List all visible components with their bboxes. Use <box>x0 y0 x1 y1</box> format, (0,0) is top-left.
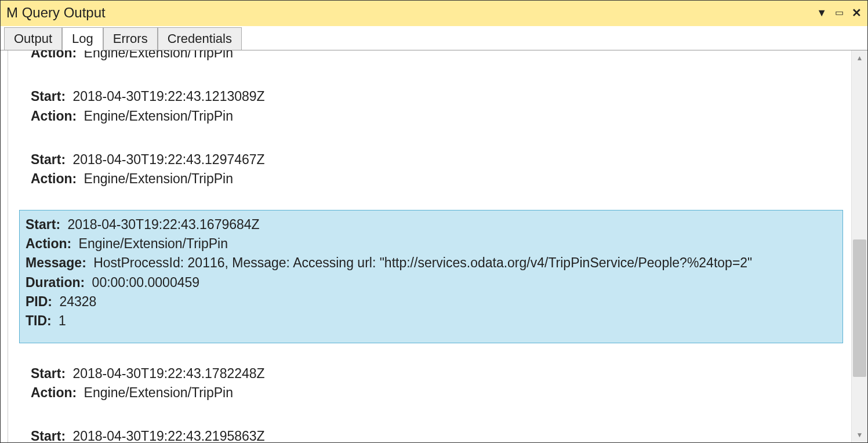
field-action-label: Action: <box>31 385 77 400</box>
log-entry[interactable]: Action: Engine/Extension/TripPin <box>26 50 845 66</box>
vertical-scrollbar[interactable]: ▲ ▼ <box>851 50 867 442</box>
field-action-value: Engine/Extension/TripPin <box>79 236 228 251</box>
window-controls: ▼ ▭ ✕ <box>816 7 862 19</box>
field-action-value: Engine/Extension/TripPin <box>84 108 233 124</box>
field-start-label: Start: <box>31 429 66 442</box>
log-entry[interactable]: Start: 2018-04-30T19:22:43.2195863Z Acti… <box>26 423 845 442</box>
field-start-value: 2018-04-30T19:22:43.1782248Z <box>72 366 264 381</box>
field-tid-label: TID: <box>26 313 52 328</box>
field-action-value: Engine/Extension/TripPin <box>84 385 233 400</box>
tab-errors[interactable]: Errors <box>103 27 158 50</box>
log-entry[interactable]: Start: 2018-04-30T19:22:43.1297467Z Acti… <box>26 147 845 193</box>
tab-bar: Output Log Errors Credentials <box>1 26 867 50</box>
scroll-down-icon[interactable]: ▼ <box>852 427 867 442</box>
field-message-label: Message: <box>26 255 86 270</box>
log-entry[interactable]: Start: 2018-04-30T19:22:43.1213089Z Acti… <box>26 83 845 129</box>
tab-credentials[interactable]: Credentials <box>158 27 242 50</box>
field-start-value: 2018-04-30T19:22:43.1297467Z <box>72 152 264 167</box>
window-title: M Query Output <box>6 5 106 21</box>
log-content: Action: Engine/Extension/TripPin Start: … <box>1 50 850 442</box>
dropdown-icon[interactable]: ▼ <box>816 8 827 18</box>
field-start-value: 2018-04-30T19:22:43.1679684Z <box>67 217 259 232</box>
field-start-label: Start: <box>31 89 66 104</box>
field-start-label: Start: <box>26 217 60 232</box>
log-left-border <box>8 50 8 442</box>
field-start-value: 2018-04-30T19:22:43.2195863Z <box>72 429 264 442</box>
field-message-value: HostProcessId: 20116, Message: Accessing… <box>93 255 752 270</box>
field-start-value: 2018-04-30T19:22:43.1213089Z <box>72 89 264 104</box>
log-entry[interactable]: Start: 2018-04-30T19:22:43.1782248Z Acti… <box>26 361 845 406</box>
scroll-thumb[interactable] <box>853 239 866 377</box>
tab-output[interactable]: Output <box>4 27 62 50</box>
maximize-icon[interactable]: ▭ <box>835 8 844 17</box>
log-body: Action: Engine/Extension/TripPin Start: … <box>14 50 850 442</box>
field-start-label: Start: <box>31 152 66 167</box>
field-action-label: Action: <box>31 50 77 60</box>
tab-log[interactable]: Log <box>62 27 103 50</box>
titlebar: M Query Output ▼ ▭ ✕ <box>1 1 867 26</box>
field-start-label: Start: <box>31 366 66 381</box>
field-action-label: Action: <box>31 171 77 186</box>
scroll-up-icon[interactable]: ▲ <box>852 50 867 66</box>
field-duration-value: 00:00:00.0000459 <box>92 275 199 290</box>
field-pid-value: 24328 <box>59 294 96 309</box>
scroll-track[interactable] <box>852 66 867 427</box>
log-entry-selected[interactable]: Start: 2018-04-30T19:22:43.1679684Z Acti… <box>19 210 843 343</box>
field-action-label: Action: <box>31 108 77 124</box>
field-tid-value: 1 <box>59 313 66 328</box>
content-area: Action: Engine/Extension/TripPin Start: … <box>1 50 867 442</box>
field-pid-label: PID: <box>26 294 52 309</box>
field-action-value: Engine/Extension/TripPin <box>84 171 233 186</box>
field-action-label: Action: <box>26 236 71 251</box>
field-action-value: Engine/Extension/TripPin <box>84 50 233 60</box>
close-icon[interactable]: ✕ <box>852 7 862 19</box>
field-duration-label: Duration: <box>26 275 85 290</box>
m-query-output-panel: M Query Output ▼ ▭ ✕ Output Log Errors C… <box>0 0 868 443</box>
